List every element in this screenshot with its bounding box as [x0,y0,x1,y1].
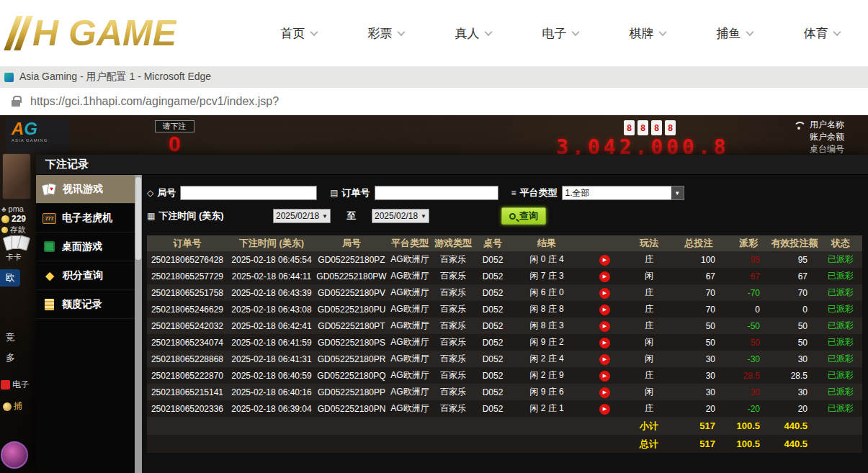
menu-label: 积分查询 [63,269,103,282]
replay-button[interactable] [599,354,610,365]
menu-label: 额度记录 [62,298,102,311]
nav-item-live[interactable]: 真人 [455,25,491,42]
order-no-input[interactable] [375,186,498,200]
wifi-icon [792,121,805,131]
deposit-link[interactable]: 存款 [1,225,26,235]
nav-item-sports[interactable]: 体育 [804,25,840,42]
replay-button[interactable] [599,404,610,415]
summary-cell: 517 [671,420,726,431]
scrollbar-thumb[interactable] [135,177,141,260]
modal-menu: ♥视讯游戏 电子老虎机 桌面游戏 积分查询 额度记录 [36,175,135,473]
round-no-input[interactable] [180,186,317,200]
platform-type-cell: AG欧洲厅 [388,320,432,332]
table-row: 2502180652340742025-02-18 06:41:59GD0522… [147,334,862,351]
menu-item-points-query[interactable]: 积分查询 [36,261,135,290]
platform-type-select[interactable]: 1.全部 [562,186,684,200]
result-cell: 闲 6 庄 0 [511,287,582,299]
status-cell: 已派彩 [818,253,863,266]
window-title: Asia Gaming - 用户配置 1 - Microsoft Edge [19,71,211,84]
subtotal-row: 小计517100.5440.5 [147,417,862,435]
records-content: 局号 订单号 平台类型 1.全部 下注时间 (美东) 2025/02/18 至 … [142,175,868,473]
round-id-cell: GD052252180PT [316,321,388,331]
modal-title: 下注记录 [36,155,868,175]
filter-row-2: 下注时间 (美东) 2025/02/18 至 2025/02/18 查询 [147,207,862,225]
site-header: H GAME 首页 彩票 真人 电子 棋牌 捕鱼 体育 [0,0,868,66]
bet-time-cell: 2025-02-18 06:43:39 [228,288,316,298]
table-no-cell: D052 [474,255,511,265]
ag-logo-a: A [12,119,24,138]
valid-bet-cell: 30 [771,354,818,364]
replay-button[interactable] [599,371,610,382]
order-id-cell: 250218065222870 [147,371,228,381]
table-no-cell: D052 [474,387,511,397]
favicon-icon [4,73,14,82]
total-bet-cell: 50 [671,338,726,348]
query-button[interactable]: 查询 [501,207,546,225]
game-type-cell: 百家乐 [432,386,474,398]
site-logo[interactable]: H GAME [10,12,226,54]
replay-button[interactable] [599,321,610,332]
summary-cell: 440.5 [771,420,818,431]
total-bet-cell: 70 [671,288,726,298]
nav-item-fishing[interactable]: 捕鱼 [717,25,753,42]
replay-cell [582,402,627,415]
search-icon [509,213,516,220]
date-to-picker[interactable]: 2025/02/18 [372,209,429,223]
payout-cell: -20 [726,404,771,414]
result-cell: 闲 9 庄 2 [511,336,582,348]
game-type-cell: 百家乐 [432,336,474,348]
date-from-picker[interactable]: 2025/02/18 [273,209,331,223]
platform-selected-value: 1.全部 [565,187,590,199]
side-item-duo[interactable]: 多 [6,351,15,364]
game-type-cell: 百家乐 [432,369,474,382]
side-item-slots[interactable]: 电子 [1,379,30,391]
playing-card: 8 [665,120,676,135]
nav-item-cards[interactable]: 棋牌 [630,25,666,42]
header-game-type: 游戏类型 [432,237,474,250]
chevron-down-icon [310,28,318,36]
side-item-label: 捕 [14,400,22,413]
round-id-cell: GD052252180PN [316,404,388,414]
diamond-icon [42,269,57,282]
table-no-cell: D052 [474,354,511,364]
payout-cell: 0 [726,305,771,315]
replay-button[interactable] [599,338,610,348]
menu-scrollbar[interactable] [135,175,142,473]
menu-item-table-games[interactable]: 桌面游戏 [36,233,135,261]
nav-item-home[interactable]: 首页 [281,25,317,42]
summary-cell: 440.5 [771,438,818,449]
side-item-jing[interactable]: 竞 [6,331,15,344]
menu-item-video-games[interactable]: ♥视讯游戏 [36,175,135,204]
club-suit-icon: ♣ [1,205,6,213]
header-order-id: 订单号 [147,237,228,250]
header-status: 状态 [818,237,863,250]
main-nav: 首页 彩票 真人 电子 棋牌 捕鱼 体育 [255,25,865,42]
tag-icon [147,188,153,198]
menu-item-quota-records[interactable]: 额度记录 [36,290,135,319]
europe-hall-tab-partial[interactable]: 欧 [0,269,20,287]
play-method-cell: 庄 [627,253,671,266]
replay-cell [582,336,627,348]
game-type-cell: 百家乐 [432,287,474,299]
replay-button[interactable] [599,255,610,266]
total-bet-cell: 50 [671,321,726,331]
replay-button[interactable] [599,271,610,282]
menu-item-slots[interactable]: 电子老虎机 [36,204,135,233]
nav-item-slots[interactable]: 电子 [542,25,578,42]
chevron-down-icon [658,28,666,36]
header-result: 结果 [511,237,582,250]
result-cell: 闲 8 庄 3 [511,320,582,332]
result-cell: 闲 2 庄 4 [511,353,582,365]
replay-button[interactable] [599,305,610,315]
account-info-panel: 用户名称 账户余额 桌台编号 [810,119,868,156]
chevron-down-icon [397,28,405,36]
side-item-fishing[interactable]: 捕 [3,400,22,413]
address-bar[interactable]: https://gci.1hhapi.com/agingame/pcv1/ind… [0,88,868,115]
replay-button[interactable] [599,387,610,398]
table-no-cell: D052 [474,288,511,298]
bet-time-cell: 2025-02-18 06:39:04 [228,404,316,414]
replay-button[interactable] [599,288,610,299]
round-id-cell: GD052252180PZ [316,255,388,265]
nav-item-lottery[interactable]: 彩票 [368,25,404,42]
points-badge-icon[interactable] [1,441,28,469]
